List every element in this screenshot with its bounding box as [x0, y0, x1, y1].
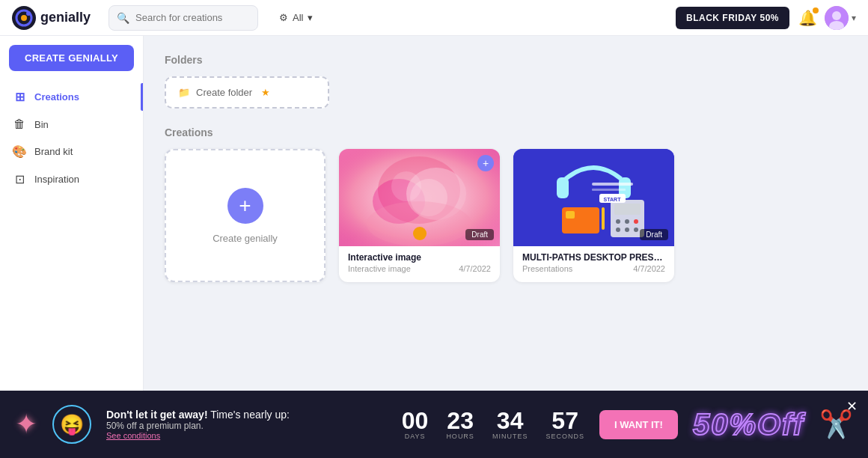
sidebar-item-bin[interactable]: 🗑 Bin [0, 111, 143, 138]
hours-label: HOURS [446, 433, 474, 440]
card-category: Interactive image [348, 264, 411, 273]
app-name: genially [40, 10, 91, 25]
days-value: 00 [402, 409, 429, 433]
avatar [825, 6, 849, 30]
card-meta: Interactive image 4/7/2022 [348, 264, 491, 273]
card-add-icon: + [477, 155, 494, 171]
filter-label: All [293, 12, 303, 23]
star-icon: ★ [261, 87, 270, 98]
sidebar-item-brand-kit[interactable]: 🎨 Brand kit [0, 138, 143, 165]
card-date: 4/7/2022 [459, 264, 491, 273]
notification-badge [813, 7, 819, 13]
seconds-label: SECONDS [545, 433, 584, 440]
hours-value: 23 [446, 409, 474, 433]
create-genially-button[interactable]: CREATE GENIALLY [9, 45, 134, 71]
folder-icon: 📁 [178, 87, 190, 98]
emoji-face: 😝 [52, 405, 91, 444]
banner-close-button[interactable]: ✕ [846, 398, 858, 415]
svg-rect-18 [566, 211, 575, 219]
card-interactive-image[interactable]: + Draft Interactive image Interactive im… [339, 149, 500, 282]
svg-rect-28 [592, 189, 626, 191]
countdown-hours: 23 HOURS [446, 409, 474, 440]
filter-button[interactable]: ⚙ All ▾ [270, 7, 322, 28]
chevron-down-icon: ▾ [308, 12, 313, 23]
card-dot-icon [413, 227, 427, 240]
card-title: Interactive image [348, 252, 491, 263]
folders-title: Folders [165, 54, 847, 66]
banner-headline: Don't let it get away! Time's nearly up: [106, 409, 387, 421]
svg-point-5 [832, 11, 841, 20]
banner-plan-text: 50% off a premium plan. [106, 421, 387, 431]
logo[interactable]: genially [12, 6, 91, 30]
days-label: DAYS [402, 433, 429, 440]
creations-title: Creations [165, 126, 847, 138]
draft-badge: Draft [465, 229, 494, 240]
minutes-value: 34 [492, 409, 528, 433]
see-conditions-link[interactable]: See conditions [106, 431, 387, 440]
sidebar-label-brand-kit: Brand kit [34, 146, 73, 157]
star-decoration: ✦ [15, 409, 37, 440]
i-want-it-button[interactable]: I WANT IT! [599, 410, 678, 439]
create-folder-label: Create folder [196, 87, 252, 98]
card-multi-paths[interactable]: START Draft MULTI-PATHS DESKTOP PRESENT.… [513, 149, 674, 282]
user-avatar-area[interactable]: ▾ [825, 6, 856, 30]
card-title: MULTI-PATHS DESKTOP PRESENT... [522, 252, 665, 263]
card-meta: Presentations 4/7/2022 [522, 264, 665, 273]
create-new-card[interactable]: + Create genially [165, 149, 326, 282]
card-info: MULTI-PATHS DESKTOP PRESENT... Presentat… [513, 246, 674, 281]
svg-point-25 [625, 228, 629, 232]
svg-point-26 [634, 228, 638, 232]
svg-point-24 [616, 228, 620, 232]
svg-point-21 [616, 219, 620, 224]
percent-off-label: 50%Off [693, 408, 804, 442]
card-date: 4/7/2022 [633, 264, 665, 273]
svg-rect-15 [557, 177, 569, 198]
svg-point-22 [625, 219, 629, 224]
banner-text-block: Don't let it get away! Time's nearly up:… [106, 409, 387, 440]
plus-icon: + [227, 188, 263, 224]
search-box[interactable]: 🔍 [109, 5, 258, 31]
seconds-value: 57 [545, 409, 584, 433]
promo-banner: ✦ 😝 Don't let it get away! Time's nearly… [0, 391, 868, 458]
svg-rect-27 [592, 183, 633, 186]
sidebar: CREATE GENIALLY ⊞ Creations 🗑 Bin 🎨 Bran… [0, 36, 144, 391]
svg-point-3 [26, 11, 31, 16]
creations-grid: + Create genially [165, 149, 847, 282]
main-content: Folders 📁 Create folder ★ Creations + Cr… [144, 36, 868, 391]
inspiration-icon: ⊡ [12, 172, 27, 186]
chevron-down-icon: ▾ [852, 13, 856, 23]
svg-rect-31 [602, 207, 605, 230]
sidebar-label-inspiration: Inspiration [34, 174, 79, 185]
minutes-label: MINUTES [492, 433, 528, 440]
notification-button[interactable]: 🔔 [798, 9, 817, 27]
sidebar-label-creations: Creations [34, 91, 79, 103]
search-icon: 🔍 [117, 12, 129, 24]
grid-icon: ⊞ [12, 90, 27, 104]
countdown-days: 00 DAYS [402, 409, 429, 440]
svg-point-2 [21, 15, 27, 21]
card-category: Presentations [522, 264, 572, 273]
svg-text:START: START [604, 197, 622, 202]
draft-badge: Draft [640, 229, 668, 240]
filter-icon: ⚙ [279, 12, 288, 23]
svg-rect-20 [614, 204, 641, 215]
create-folder-button[interactable]: 📁 Create folder ★ [165, 76, 329, 109]
black-friday-button[interactable]: BLACK FRIDAY 50% [676, 7, 789, 29]
banner-subtext: Time's nearly up: [210, 409, 290, 421]
trash-icon: 🗑 [12, 117, 27, 131]
new-card-label: Create genially [213, 233, 278, 244]
search-input[interactable] [135, 12, 250, 23]
sidebar-label-bin: Bin [34, 119, 49, 130]
sidebar-item-creations[interactable]: ⊞ Creations [0, 83, 143, 111]
folders-section: Folders 📁 Create folder ★ [165, 54, 847, 109]
countdown-minutes: 34 MINUTES [492, 409, 528, 440]
card-info: Interactive image Interactive image 4/7/… [339, 246, 500, 281]
svg-point-23 [634, 219, 638, 224]
sidebar-item-inspiration[interactable]: ⊡ Inspiration [0, 165, 143, 193]
countdown-timer: 00 DAYS 23 HOURS 34 MINUTES 57 SECONDS [402, 409, 584, 440]
brand-icon: 🎨 [12, 144, 27, 159]
countdown-seconds: 57 SECONDS [545, 409, 584, 440]
creations-section: Creations + Create genially [165, 126, 847, 282]
